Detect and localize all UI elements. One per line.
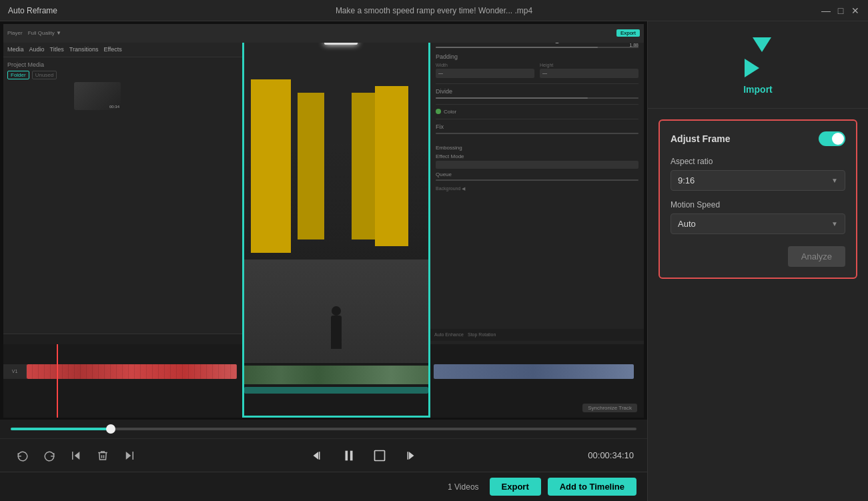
aspect-ratio-select[interactable]: 9:16 ▼: [671, 170, 845, 191]
garage-scene: 1/4840.00:14:59.11(fps) ◀◀ ⏸: [244, 26, 428, 416]
editor-preview: Media Audio Titles Transitions Effects P…: [3, 24, 644, 418]
minimize-button[interactable]: —: [821, 6, 831, 15]
motion-speed-select[interactable]: Auto ▼: [671, 213, 845, 234]
svg-marker-4: [313, 452, 318, 460]
adjust-frame-panel: Adjust Frame Aspect ratio 9:16 ▼ Motion …: [659, 119, 857, 279]
close-button[interactable]: ✕: [851, 6, 860, 15]
motion-speed-value: Auto: [678, 219, 696, 229]
main-layout: Media Audio Titles Transitions Effects P…: [0, 21, 868, 501]
videos-count: 1 Videos: [448, 482, 478, 492]
file-title: Make a smooth speed ramp every time! Won…: [336, 6, 532, 15]
toggle-knob: [832, 133, 844, 145]
progress-area[interactable]: [0, 420, 647, 438]
adjust-frame-title: Adjust Frame: [671, 133, 730, 144]
aspect-ratio-section: Aspect ratio 9:16 ▼: [671, 157, 845, 191]
motion-speed-label: Motion Speed: [671, 200, 845, 209]
skip-back-button[interactable]: [67, 446, 85, 465]
title-bar: Auto Reframe Make a smooth speed ramp ev…: [0, 0, 868, 21]
video-frame: 1/4840.00:14:59.11(fps) ◀◀ ⏸: [242, 24, 430, 418]
import-label: Import: [743, 84, 773, 95]
right-panel: Import Adjust Frame Aspect ratio 9:16 ▼ …: [648, 21, 868, 501]
svg-rect-10: [407, 452, 408, 460]
person-silhouette: [331, 316, 342, 349]
pillar-left: [251, 79, 291, 253]
bottom-bar: 1 Videos Export Add to Timeline: [0, 472, 647, 501]
app-name: Auto Reframe: [8, 6, 57, 15]
add-to-timeline-button[interactable]: Add to Timeline: [548, 478, 636, 496]
svg-rect-7: [350, 450, 352, 460]
preview-area: Media Audio Titles Transitions Effects P…: [0, 21, 647, 420]
redo-button[interactable]: [40, 446, 59, 465]
motion-speed-chevron-icon: ▼: [831, 220, 838, 227]
svg-marker-2: [126, 452, 131, 460]
delete-button[interactable]: [93, 446, 112, 465]
import-section[interactable]: Import: [648, 21, 868, 109]
prev-frame-button[interactable]: [309, 446, 328, 465]
left-panel: Media Audio Titles Transitions Effects P…: [0, 21, 648, 501]
pause-button[interactable]: [338, 445, 360, 466]
panel-header: Adjust Frame: [671, 131, 845, 146]
import-icon-container: [738, 37, 778, 77]
playback-controls: 00:00:34:10: [0, 438, 647, 472]
svg-rect-8: [374, 450, 384, 460]
motion-speed-section: Motion Speed Auto ▼: [671, 200, 845, 234]
next-frame-button[interactable]: [400, 446, 418, 465]
window-controls[interactable]: — □ ✕: [821, 6, 860, 15]
aspect-ratio-chevron-icon: ▼: [831, 177, 838, 184]
progress-track[interactable]: [11, 428, 636, 430]
fullscreen-button[interactable]: [370, 446, 389, 465]
playback-center-controls: [139, 445, 588, 466]
svg-marker-9: [409, 452, 414, 460]
import-arrow-down-icon: [753, 37, 771, 52]
svg-marker-0: [75, 452, 80, 460]
timestamp-display: 00:00:34:10: [588, 450, 634, 460]
analyze-container: Analyze: [671, 243, 845, 267]
edit-controls: [13, 446, 139, 465]
editor-left-panel: Media Audio Titles Transitions Effects P…: [3, 24, 242, 418]
pillar-left-far: [298, 93, 324, 239]
skip-forward-button[interactable]: [120, 446, 139, 465]
editor-right-panel: Transform 100.0 1.88: [430, 24, 644, 418]
analyze-button[interactable]: Analyze: [788, 246, 845, 267]
export-button[interactable]: Export: [490, 478, 541, 496]
aspect-ratio-value: 9:16: [678, 175, 695, 185]
maximize-button[interactable]: □: [836, 6, 845, 15]
svg-rect-6: [345, 450, 348, 460]
adjust-frame-toggle[interactable]: [819, 131, 845, 146]
aspect-ratio-label: Aspect ratio: [671, 157, 845, 166]
undo-button[interactable]: [13, 446, 32, 465]
pillar-right-far: [352, 93, 375, 239]
import-arrow-right-icon: [745, 59, 759, 77]
progress-fill: [11, 428, 111, 430]
svg-rect-5: [318, 452, 320, 460]
pillar-right: [375, 86, 408, 246]
progress-thumb[interactable]: [106, 424, 115, 434]
